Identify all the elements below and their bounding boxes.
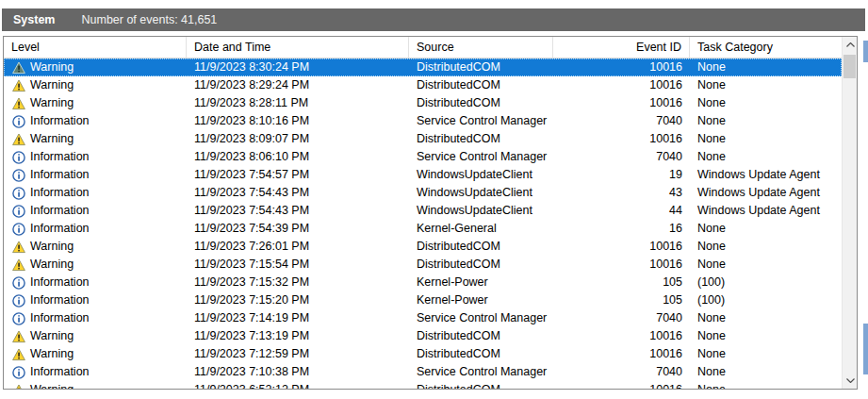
- source-cell: Service Control Manager: [409, 363, 553, 381]
- vertical-scrollbar[interactable]: [842, 37, 857, 389]
- task-category-cell: None: [690, 58, 842, 76]
- level-label: Warning: [30, 76, 74, 94]
- information-icon: [12, 205, 25, 218]
- table-row[interactable]: Information 11/9/2023 8:10:16 PM Service…: [4, 112, 842, 130]
- level-cell: Warning: [4, 130, 187, 148]
- event-id-cell: 10016: [553, 327, 690, 345]
- table-row[interactable]: Information 11/9/2023 7:54:39 PM Kernel-…: [4, 220, 842, 238]
- warning-icon: [12, 330, 25, 343]
- table-row[interactable]: Warning 11/9/2023 7:12:59 PM Distributed…: [4, 345, 842, 363]
- information-icon: [12, 276, 25, 290]
- event-id-cell: 10016: [553, 130, 690, 148]
- source-cell: WindowsUpdateClient: [409, 184, 553, 202]
- column-header-task-category[interactable]: Task Category: [690, 37, 842, 58]
- level-label: Warning: [30, 130, 74, 148]
- table-row[interactable]: Information 11/9/2023 7:54:57 PM Windows…: [4, 166, 842, 184]
- column-header-source[interactable]: Source: [409, 37, 553, 58]
- table-row[interactable]: Information 11/9/2023 7:54:43 PM Windows…: [4, 202, 842, 220]
- source-cell: WindowsUpdateClient: [409, 166, 553, 184]
- level-label: Information: [30, 148, 90, 166]
- warning-icon: [12, 61, 25, 75]
- table-row[interactable]: Information 11/9/2023 7:15:32 PM Kernel-…: [4, 274, 842, 291]
- level-cell: Warning: [4, 381, 187, 389]
- column-header-level[interactable]: Level: [4, 37, 187, 58]
- log-name: System: [13, 13, 55, 26]
- level-label: Warning: [30, 94, 74, 112]
- warning-icon: [12, 97, 25, 110]
- source-cell: DistributedCOM: [409, 381, 553, 389]
- event-id-cell: 7040: [553, 363, 690, 381]
- task-category-cell: None: [690, 238, 842, 256]
- level-cell: Information: [4, 148, 187, 166]
- column-header-row: Level Date and Time Source Event ID Task…: [4, 37, 842, 58]
- log-header-bar: System Number of events: 41,651: [2, 8, 865, 31]
- level-label: Information: [30, 309, 90, 327]
- event-id-cell: 7040: [553, 309, 690, 327]
- task-category-cell: None: [690, 220, 842, 238]
- table-row[interactable]: Information 11/9/2023 8:06:10 PM Service…: [4, 148, 842, 166]
- level-cell: Information: [4, 363, 187, 381]
- date-cell: 11/9/2023 7:54:43 PM: [187, 202, 409, 220]
- source-cell: DistributedCOM: [409, 76, 553, 94]
- table-row[interactable]: Warning 11/9/2023 8:29:24 PM Distributed…: [4, 76, 842, 94]
- event-id-cell: 10016: [553, 76, 690, 94]
- scrollbar-down-button[interactable]: [843, 373, 857, 389]
- source-cell: DistributedCOM: [409, 256, 553, 274]
- table-row[interactable]: Information 11/9/2023 7:14:19 PM Service…: [4, 309, 842, 327]
- event-id-cell: 43: [553, 184, 690, 202]
- source-cell: Kernel-Power: [409, 291, 553, 309]
- level-cell: Information: [4, 166, 187, 184]
- warning-icon: [12, 348, 25, 361]
- source-cell: WindowsUpdateClient: [409, 202, 553, 220]
- source-cell: DistributedCOM: [409, 58, 553, 76]
- level-label: Information: [30, 184, 90, 202]
- event-count-label: Number of events: 41,651: [81, 13, 217, 26]
- date-cell: 11/9/2023 7:54:39 PM: [187, 220, 409, 238]
- table-row[interactable]: Warning 11/9/2023 7:15:54 PM Distributed…: [4, 256, 842, 274]
- scrollbar-thumb[interactable]: [843, 55, 856, 78]
- date-cell: 11/9/2023 8:06:10 PM: [187, 148, 409, 166]
- table-row[interactable]: Warning 11/9/2023 6:52:12 PM Distributed…: [4, 381, 842, 389]
- level-label: Information: [30, 220, 90, 238]
- warning-icon: [12, 258, 25, 272]
- level-label: Warning: [30, 327, 74, 345]
- source-cell: DistributedCOM: [409, 238, 553, 256]
- event-list: Level Date and Time Source Event ID Task…: [3, 36, 858, 390]
- level-label: Warning: [30, 345, 74, 363]
- source-cell: DistributedCOM: [409, 130, 553, 148]
- table-row[interactable]: Warning 11/9/2023 7:13:19 PM Distributed…: [4, 327, 842, 345]
- level-cell: Warning: [4, 94, 187, 112]
- event-id-cell: 7040: [553, 112, 690, 130]
- date-cell: 11/9/2023 7:54:43 PM: [187, 184, 409, 202]
- task-category-cell: None: [690, 345, 842, 363]
- table-row[interactable]: Information 11/9/2023 7:54:43 PM Windows…: [4, 184, 842, 202]
- level-label: Warning: [30, 58, 74, 76]
- task-category-cell: None: [690, 94, 842, 112]
- date-cell: 11/9/2023 7:54:57 PM: [187, 166, 409, 184]
- column-header-date[interactable]: Date and Time: [187, 37, 409, 58]
- table-row[interactable]: Information 11/9/2023 7:15:20 PM Kernel-…: [4, 291, 842, 309]
- scrollbar-up-button[interactable]: [843, 37, 857, 53]
- table-row[interactable]: Warning 11/9/2023 8:09:07 PM Distributed…: [4, 130, 842, 148]
- event-id-cell: 10016: [553, 58, 690, 76]
- date-cell: 11/9/2023 7:15:20 PM: [187, 291, 409, 309]
- event-id-cell: 10016: [553, 238, 690, 256]
- level-cell: Warning: [4, 256, 187, 274]
- source-cell: Kernel-Power: [409, 274, 553, 291]
- level-cell: Warning: [4, 238, 187, 256]
- event-id-cell: 10016: [553, 256, 690, 274]
- table-row[interactable]: Information 11/9/2023 7:10:38 PM Service…: [4, 363, 842, 381]
- column-header-event-id[interactable]: Event ID: [553, 37, 690, 58]
- background-window-accent: [863, 41, 868, 62]
- task-category-cell: None: [690, 327, 842, 345]
- table-row[interactable]: Warning 11/9/2023 8:30:24 PM Distributed…: [4, 58, 842, 76]
- table-row[interactable]: Warning 11/9/2023 8:28:11 PM Distributed…: [4, 94, 842, 112]
- date-cell: 11/9/2023 7:15:32 PM: [187, 274, 409, 291]
- information-icon: [12, 151, 25, 164]
- level-cell: Information: [4, 274, 187, 291]
- task-category-cell: Windows Update Agent: [690, 166, 842, 184]
- table-row[interactable]: Warning 11/9/2023 7:26:01 PM Distributed…: [4, 238, 842, 256]
- level-label: Warning: [30, 381, 74, 389]
- level-label: Information: [30, 291, 90, 309]
- task-category-cell: None: [690, 256, 842, 274]
